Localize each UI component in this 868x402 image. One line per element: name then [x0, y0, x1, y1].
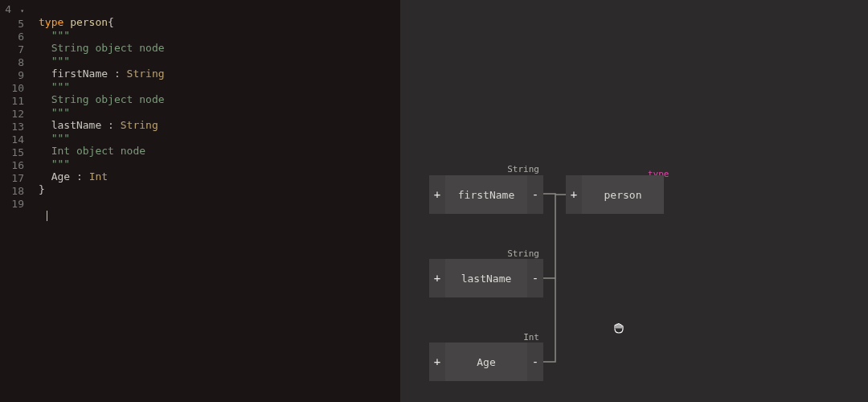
- graph-canvas[interactable]: String + firstName - String + lastName -…: [400, 0, 868, 402]
- node-plus-button[interactable]: +: [429, 175, 445, 214]
- node-plus-button[interactable]: +: [566, 175, 582, 214]
- node-minus-button[interactable]: -: [527, 175, 543, 214]
- node-datatype-label: Int: [503, 332, 539, 343]
- node-lastName[interactable]: lastName: [445, 259, 527, 297]
- text-cursor: [47, 211, 47, 221]
- node-plus-button[interactable]: +: [429, 343, 445, 381]
- node-age[interactable]: Age: [445, 343, 527, 381]
- node-datatype-label: String: [503, 248, 539, 259]
- fold-icon[interactable]: ▾: [18, 5, 24, 18]
- node-minus-button[interactable]: -: [527, 259, 543, 297]
- node-minus-button[interactable]: -: [527, 343, 543, 381]
- grab-cursor-icon: [612, 322, 625, 334]
- code-text[interactable]: type person{ """ String object node """ …: [39, 3, 165, 222]
- node-datatype-label: String: [503, 164, 539, 174]
- line-gutter: 4 ▾ 5 6 7 8 9 10 11 12 13 14 15 16 17 18…: [0, 3, 29, 211]
- node-person[interactable]: person: [582, 175, 664, 214]
- node-plus-button[interactable]: +: [429, 259, 445, 297]
- node-firstName[interactable]: firstName: [445, 175, 527, 214]
- code-editor-pane[interactable]: 4 ▾ 5 6 7 8 9 10 11 12 13 14 15 16 17 18…: [0, 0, 400, 402]
